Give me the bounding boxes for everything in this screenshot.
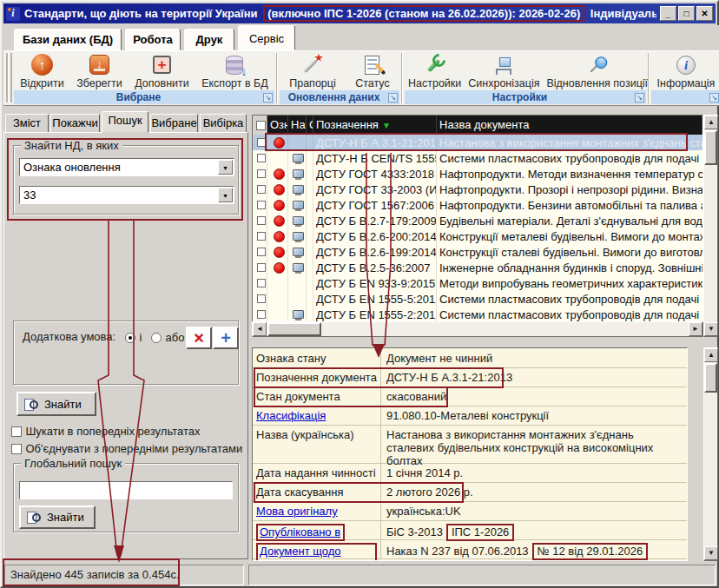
restore-position-button[interactable]: Відновлення позиції [543,52,651,90]
chevron-down-icon[interactable]: ▼ [218,188,233,202]
open-button[interactable]: Відкрити [16,52,68,90]
red-circle-icon [274,168,285,180]
column-header-mark[interactable]: Озн [267,116,288,135]
row-checkbox[interactable] [253,135,267,150]
table-row[interactable]: ДСТУ Б В.2.6-199:2014Конструкції сталеві… [253,244,703,260]
tab-work[interactable]: Робота [125,29,181,50]
table-vertical-scrollbar[interactable]: ▲ ▼ [703,115,718,337]
table-row[interactable]: ДСТУ ГОСТ 33-2003 (ИСОНафтопродукти. Про… [253,182,703,197]
radio-or[interactable]: або [151,329,184,345]
sidebar-tab-favorites[interactable]: Вибране [150,114,198,133]
table-row[interactable]: ДСТУ-Н Б А.3.1-21:2013Настанова з викори… [253,135,703,150]
column-header-code[interactable]: Позначення▼ [313,116,437,135]
sidebar-tab-selection[interactable]: Вибірка [200,114,247,133]
table-row[interactable]: ДСТУ Б EN 1555-5:2012Системи пластмасови… [253,291,703,307]
scrollbar-thumb[interactable] [704,130,717,165]
export-db-button[interactable]: Експорт в БД [198,52,272,90]
table-row[interactable]: ДСТУ ГОСТ 4333:2018 (ГОНафтопродукти. Ме… [253,166,703,182]
detail-field-link[interactable]: Мова оригіналу [256,505,338,518]
group-expander-icon[interactable]: ↘ [635,93,644,102]
row-checkbox[interactable] [253,150,267,166]
document-name-cell: Нафтопродукти. Бензини автомобільні та п… [437,197,703,213]
detail-field-link[interactable]: Класифікація [256,409,326,422]
group-expander-icon[interactable]: ↘ [263,93,273,102]
information-button[interactable]: Інформація [654,52,719,90]
scroll-down-icon[interactable]: ▼ [704,546,718,560]
detail-value-text: Документ не чинний [386,352,492,365]
detail-row: Позначення документаДСТУ-Н Б А.3.1-21:20… [253,368,687,387]
row-checkbox[interactable] [253,307,267,322]
global-find-button[interactable]: Знайти [19,505,96,529]
detail-field-link[interactable]: Документ щодо чинності [256,543,377,561]
detail-field-link[interactable]: Опубліковано в [256,524,345,541]
global-search-input[interactable] [19,481,233,499]
checkbox-icon [257,294,266,303]
close-button[interactable]: ✕ [696,6,713,21]
column-header-icon[interactable]: Наз [288,116,307,135]
group-expander-icon[interactable]: ↘ [709,93,719,102]
column-header-name[interactable]: Назва документа [437,116,703,135]
add-condition-button[interactable] [213,327,239,349]
sidebar-tab-contents[interactable]: Зміст [5,114,49,133]
scrollbar-thumb[interactable] [267,322,321,336]
select-all-checkbox[interactable] [253,116,267,135]
save-button[interactable]: Зберегти [73,52,126,90]
search-term-combobox[interactable]: 33 ▼ [19,186,234,204]
group-expander-icon[interactable]: ↘ [388,93,398,102]
table-row[interactable]: ДСТУ-Н Б CEN/TS 1555-7Системи пластмасов… [253,150,703,166]
ribbon-grip [6,53,12,102]
table-row[interactable]: ДСТУ ГОСТ 1567:2006 (ИНафтопродукти. Бен… [253,197,703,213]
row-checkbox[interactable] [253,260,267,275]
tab-print[interactable]: Друк [184,29,234,50]
table-row[interactable]: ДСТУ Б EN 933-9:2015Методи випробувань г… [253,275,703,291]
row-checkbox[interactable] [253,275,267,291]
find-button[interactable]: Знайти [16,392,96,416]
table-horizontal-scrollbar[interactable]: ◄ ► [252,321,703,337]
title-bar[interactable]: i Стандарти, що діють на території Украї… [3,3,716,23]
settings-button[interactable]: Настройки [405,52,465,90]
tab-databases[interactable]: Бази даних (БД) [14,29,122,50]
radio-and[interactable]: і [125,329,142,345]
scroll-left-icon[interactable]: ◄ [253,322,267,336]
checkbox-search-previous[interactable]: Шукати в попередніх результатах [11,423,247,439]
checkbox-merge-previous[interactable]: Об'єднувати з попередніми результатами [11,440,247,456]
row-checkbox[interactable] [253,182,267,197]
row-checkbox[interactable] [253,213,267,228]
chevron-down-icon[interactable]: ▼ [218,160,233,175]
group-label-settings: Настройки [405,91,635,103]
sidebar-tab-search[interactable]: Пошук [102,111,148,133]
detail-field-value: Наказ N 237 від 07.06.2013№ 12 від 29.01… [381,540,687,558]
synchronization-button[interactable]: Синхронізація [465,52,543,90]
status-button[interactable]: Статус [352,52,393,90]
details-vertical-scrollbar[interactable]: ▲ ▼ [703,347,718,561]
detail-row: Ознака стануДокумент не чинний [253,349,687,368]
scroll-up-icon[interactable]: ▲ [704,116,718,129]
maximize-button[interactable]: □ [678,6,695,21]
row-checkbox[interactable] [253,244,267,260]
status-mark-cell [267,260,288,275]
row-checkbox[interactable] [253,197,267,213]
tab-service[interactable]: Сервіс [238,25,295,50]
table-row[interactable]: ДСТУ Б В.2.7-179:2009Будівельні матеріал… [253,213,703,228]
scroll-up-icon[interactable]: ▲ [704,348,718,362]
row-checkbox[interactable] [253,291,267,307]
sidebar-tab-index[interactable]: Покажчи [50,114,100,133]
scroll-down-icon[interactable]: ▼ [704,322,718,336]
table-row[interactable]: ДСТУ Б EN 1555-2:2012Системи пластмасови… [253,307,703,322]
document-name-cell: Системи пластмасових трубопроводів для п… [437,291,703,307]
table-row[interactable]: ДСТУ Б В.2.6-200:2014Конструкції металев… [253,228,703,244]
scroll-right-icon[interactable]: ► [689,322,703,336]
flags-button[interactable]: Прапорці [286,52,340,90]
row-checkbox[interactable] [253,228,267,244]
detail-field-value: українська:UK [381,502,687,520]
criteria-combobox[interactable]: Ознака оновлення ▼ [19,158,234,176]
column-header-extra[interactable]: С [307,116,313,135]
row-checkbox[interactable] [253,166,267,182]
scrollbar-thumb[interactable] [704,363,717,393]
delete-condition-button[interactable] [186,327,212,349]
table-row[interactable]: ДСТУ Б В.2.5-36:2007Інженерне обладнання… [253,260,703,275]
append-button[interactable]: Доповнити [131,52,193,90]
document-name-cell: Будівельні матеріали. Деталі з'єднувальн… [437,213,703,228]
extra-condition-label: Додаткова умова: [23,330,115,343]
minimize-button[interactable]: _ [660,6,676,21]
